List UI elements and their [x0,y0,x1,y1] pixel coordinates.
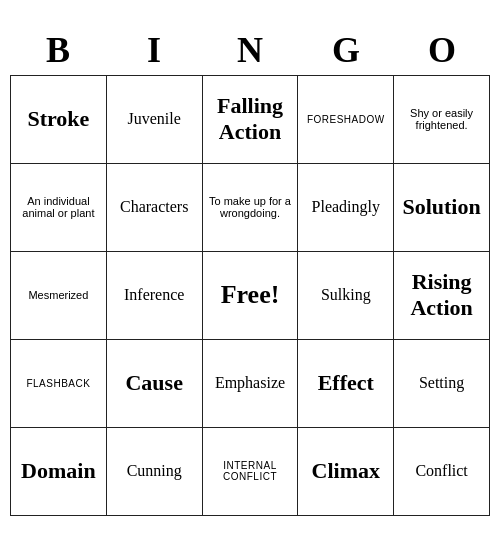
cell-text-r1-c0: An individual animal or plant [15,195,102,219]
cell-text-r2-c1: Inference [124,286,184,304]
bingo-cell-r1-c2: To make up for a wrongdoing. [203,164,299,252]
header-letter-O: O [398,29,486,71]
cell-text-r3-c4: Setting [419,374,464,392]
bingo-card: BINGO StrokeJuvenileFalling ActionFORESH… [10,29,490,516]
bingo-cell-r2-c2: Free! [203,252,299,340]
cell-text-r3-c3: Effect [318,370,374,396]
cell-text-r0-c1: Juvenile [128,110,181,128]
cell-text-r3-c2: Emphasize [215,374,285,392]
cell-text-r4-c1: Cunning [127,462,182,480]
cell-text-r0-c3: FORESHADOW [307,114,385,125]
cell-text-r2-c4: Rising Action [398,269,485,321]
bingo-cell-r0-c1: Juvenile [107,76,203,164]
cell-text-r4-c0: Domain [21,458,96,484]
cell-text-r1-c3: Pleadingly [312,198,380,216]
cell-text-r4-c2: INTERNAL CONFLICT [207,460,294,482]
cell-text-r2-c0: Mesmerized [28,289,88,301]
header-letter-B: B [14,29,102,71]
cell-text-r1-c4: Solution [402,194,480,220]
bingo-cell-r4-c2: INTERNAL CONFLICT [203,428,299,516]
cell-text-r3-c1: Cause [125,370,182,396]
bingo-cell-r4-c0: Domain [11,428,107,516]
bingo-cell-r2-c3: Sulking [298,252,394,340]
bingo-cell-r0-c3: FORESHADOW [298,76,394,164]
cell-text-r0-c4: Shy or easily frightened. [398,107,485,131]
cell-text-r1-c2: To make up for a wrongdoing. [207,195,294,219]
cell-text-r1-c1: Characters [120,198,188,216]
bingo-cell-r3-c4: Setting [394,340,490,428]
cell-text-r4-c3: Climax [312,458,380,484]
bingo-cell-r3-c0: FLASHBACK [11,340,107,428]
header-letter-G: G [302,29,390,71]
bingo-cell-r2-c4: Rising Action [394,252,490,340]
bingo-cell-r1-c1: Characters [107,164,203,252]
bingo-cell-r0-c0: Stroke [11,76,107,164]
cell-text-r4-c4: Conflict [415,462,467,480]
bingo-cell-r4-c4: Conflict [394,428,490,516]
cell-text-r0-c2: Falling Action [207,93,294,145]
cell-text-r3-c0: FLASHBACK [26,378,90,389]
header-letter-I: I [110,29,198,71]
bingo-cell-r0-c4: Shy or easily frightened. [394,76,490,164]
bingo-cell-r1-c4: Solution [394,164,490,252]
cell-text-r2-c2: Free! [221,280,280,310]
cell-text-r2-c3: Sulking [321,286,371,304]
bingo-cell-r3-c3: Effect [298,340,394,428]
bingo-grid: StrokeJuvenileFalling ActionFORESHADOWSh… [10,75,490,516]
bingo-cell-r3-c1: Cause [107,340,203,428]
bingo-cell-r2-c0: Mesmerized [11,252,107,340]
bingo-cell-r4-c1: Cunning [107,428,203,516]
bingo-cell-r2-c1: Inference [107,252,203,340]
bingo-cell-r1-c3: Pleadingly [298,164,394,252]
cell-text-r0-c0: Stroke [27,106,89,132]
bingo-header: BINGO [10,29,490,71]
bingo-cell-r3-c2: Emphasize [203,340,299,428]
bingo-cell-r4-c3: Climax [298,428,394,516]
bingo-cell-r1-c0: An individual animal or plant [11,164,107,252]
header-letter-N: N [206,29,294,71]
bingo-cell-r0-c2: Falling Action [203,76,299,164]
